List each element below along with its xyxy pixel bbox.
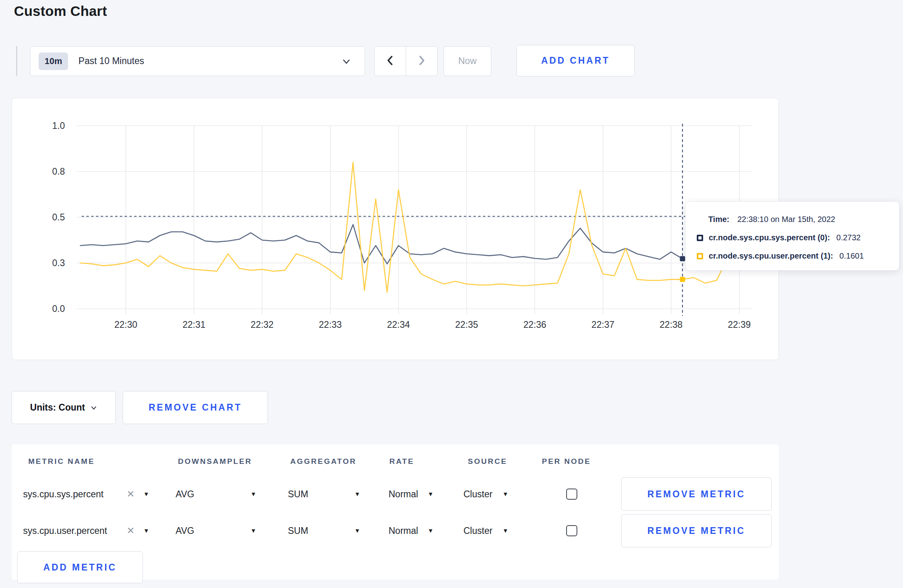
column-header-source: SOURCE (468, 452, 507, 471)
tooltip-time-label: Time: (708, 215, 729, 224)
svg-text:22:33: 22:33 (319, 319, 342, 330)
metric-name-select[interactable]: sys.cpu.sys.percent (23, 476, 104, 512)
tooltip-series-value: 0.1601 (839, 251, 864, 261)
rate-select[interactable]: Normal (389, 512, 418, 549)
caret-down-icon: ▼ (354, 476, 360, 512)
metric-row: sys.cpu.user.percent ✕ ▼ AVG ▼ SUM ▼ Nor… (12, 512, 779, 549)
caret-down-icon: ▼ (143, 512, 149, 549)
caret-down-icon: ▼ (428, 476, 434, 512)
source-select[interactable]: Cluster (463, 512, 493, 549)
caret-down-icon: ▼ (502, 512, 508, 549)
metric-name-select[interactable]: sys.cpu.user.percent (23, 512, 107, 549)
caret-down-icon: ▼ (502, 476, 508, 512)
aggregator-select[interactable]: SUM (288, 476, 308, 512)
caret-down-icon: ▼ (250, 512, 256, 549)
toolbar-divider (16, 46, 17, 76)
time-range-select[interactable]: 10m Past 10 Minutes (30, 46, 365, 76)
sys-series-swatch-icon (697, 235, 703, 241)
close-icon[interactable]: ✕ (127, 512, 135, 549)
remove-chart-button[interactable]: REMOVE CHART (123, 391, 268, 424)
time-step-buttons (374, 46, 438, 76)
source-select[interactable]: Cluster (463, 476, 493, 512)
tooltip-time-row: Time:22:38:10 on Mar 15th, 2022 (708, 215, 835, 224)
caret-down-icon: ▼ (354, 512, 360, 549)
svg-text:22:34: 22:34 (387, 319, 410, 330)
svg-text:22:38: 22:38 (660, 319, 683, 330)
per-node-checkbox[interactable] (566, 489, 577, 500)
column-header-metric-name: METRIC NAME (28, 452, 95, 471)
tooltip-series-label: cr.node.sys.cpu.sys.percent (0): (709, 233, 830, 242)
aggregator-select[interactable]: SUM (288, 512, 308, 549)
units-select[interactable]: Units: Count (12, 391, 116, 424)
svg-text:22:36: 22:36 (523, 319, 546, 330)
svg-text:22:30: 22:30 (114, 319, 137, 330)
svg-text:22:37: 22:37 (592, 319, 615, 330)
time-range-badge: 10m (39, 53, 68, 70)
units-label: Units: Count (30, 402, 85, 413)
remove-metric-button[interactable]: REMOVE METRIC (621, 477, 772, 511)
chevron-down-icon (342, 57, 351, 68)
downsampler-select[interactable]: AVG (176, 512, 194, 549)
metric-row: sys.cpu.sys.percent ✕ ▼ AVG ▼ SUM ▼ Norm… (12, 476, 779, 512)
now-button[interactable]: Now (444, 46, 491, 76)
custom-chart-page: Custom Chart 10m Past 10 Minutes Now ADD… (0, 0, 903, 588)
metrics-table-header: METRIC NAME DOWNSAMPLER AGGREGATOR RATE … (12, 452, 779, 471)
next-time-button[interactable] (406, 47, 437, 76)
column-header-per-node: PER NODE (542, 452, 591, 471)
chart-tooltip: Time:22:38:10 on Mar 15th, 2022 cr.node.… (685, 201, 899, 271)
svg-text:22:39: 22:39 (728, 319, 751, 330)
chevron-down-icon (90, 403, 97, 413)
tooltip-series-row: cr.node.sys.cpu.user.percent (1): 0.1601 (697, 251, 864, 261)
column-header-rate: RATE (389, 452, 414, 471)
rate-select[interactable]: Normal (389, 476, 418, 512)
time-range-label: Past 10 Minutes (78, 56, 144, 66)
tooltip-series-value: 0.2732 (837, 233, 861, 242)
add-chart-button[interactable]: ADD CHART (516, 45, 635, 76)
column-header-aggregator: AGGREGATOR (290, 452, 357, 471)
column-header-downsampler: DOWNSAMPLER (178, 452, 252, 471)
chevron-right-icon (416, 55, 427, 68)
add-metric-button[interactable]: ADD METRIC (17, 551, 143, 583)
caret-down-icon: ▼ (250, 476, 256, 512)
page-title: Custom Chart (14, 3, 107, 19)
caret-down-icon: ▼ (143, 476, 149, 512)
tooltip-series-label: cr.node.sys.cpu.user.percent (1): (709, 251, 833, 261)
tooltip-time-value: 22:38:10 on Mar 15th, 2022 (737, 215, 835, 224)
svg-text:22:35: 22:35 (455, 319, 478, 330)
user-series-swatch-icon (697, 253, 703, 259)
svg-text:1.0: 1.0 (52, 121, 65, 131)
remove-metric-button[interactable]: REMOVE METRIC (621, 514, 772, 547)
chevron-left-icon (385, 55, 395, 68)
svg-text:0.8: 0.8 (52, 166, 65, 177)
per-node-checkbox[interactable] (566, 525, 577, 536)
time-series-chart[interactable]: 0.00.30.50.81.022:3022:3122:3222:3322:34… (12, 98, 778, 360)
svg-text:0.0: 0.0 (52, 304, 65, 314)
svg-text:0.5: 0.5 (52, 212, 65, 222)
tooltip-series-row: cr.node.sys.cpu.sys.percent (0): 0.2732 (697, 233, 861, 242)
chart-card: 0.00.30.50.81.022:3022:3122:3222:3322:34… (12, 98, 779, 360)
caret-down-icon: ▼ (428, 512, 434, 549)
downsampler-select[interactable]: AVG (176, 476, 194, 512)
svg-text:0.3: 0.3 (52, 258, 65, 268)
svg-text:22:32: 22:32 (251, 319, 274, 330)
close-icon[interactable]: ✕ (127, 476, 135, 512)
svg-text:22:31: 22:31 (182, 319, 205, 330)
prev-time-button[interactable] (375, 47, 406, 76)
